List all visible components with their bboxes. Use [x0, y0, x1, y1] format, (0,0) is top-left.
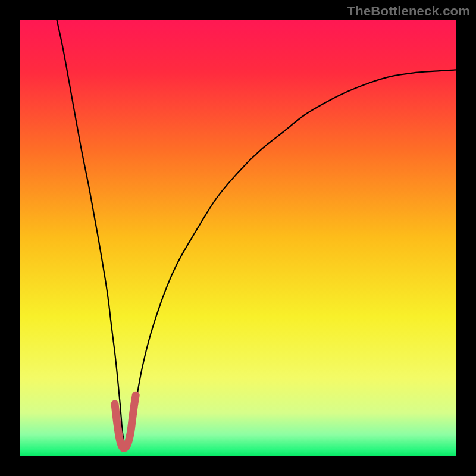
watermark-text: TheBottleneck.com [347, 4, 470, 19]
plot-area [20, 20, 456, 456]
gradient-background [20, 20, 456, 456]
plot-svg [20, 20, 456, 456]
chart-frame: TheBottleneck.com [0, 0, 476, 476]
